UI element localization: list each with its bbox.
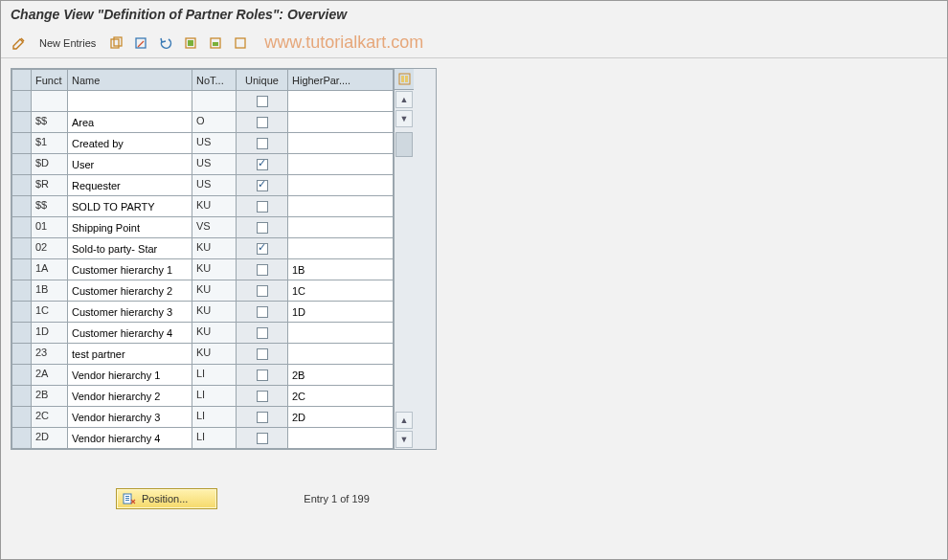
cell-higher[interactable] (288, 302, 393, 322)
row-selector[interactable] (12, 323, 32, 344)
scroll-thumb[interactable] (395, 132, 413, 157)
cell-funct[interactable]: $$ (32, 112, 67, 132)
cell-not[interactable] (192, 91, 236, 111)
toggle-display-change-icon[interactable] (9, 34, 30, 53)
cell-name[interactable] (68, 407, 192, 427)
cell-higher[interactable] (288, 175, 393, 195)
row-selector[interactable] (12, 386, 32, 407)
scroll-step-down-icon[interactable]: ▲ (395, 412, 413, 429)
cell-higher[interactable] (288, 407, 393, 427)
cell-higher[interactable] (288, 133, 393, 153)
cell-funct[interactable]: 2A (32, 365, 67, 385)
select-all-icon[interactable] (180, 34, 201, 53)
scroll-track[interactable] (395, 128, 413, 411)
cell-higher[interactable] (288, 386, 393, 406)
cell-funct[interactable]: 02 (32, 238, 67, 258)
cell-not[interactable]: KU (192, 302, 236, 322)
cell-funct[interactable] (32, 91, 67, 111)
cell-funct[interactable]: 1A (32, 259, 67, 280)
row-selector[interactable] (12, 428, 32, 449)
cell-higher[interactable] (288, 91, 393, 111)
cell-name[interactable] (68, 323, 192, 343)
cell-not[interactable]: KU (192, 323, 236, 343)
cell-unique-checkbox[interactable] (257, 327, 268, 339)
cell-unique-checkbox[interactable] (257, 412, 268, 423)
col-header-not[interactable]: NoT... (192, 70, 237, 91)
col-header-name[interactable]: Name (68, 70, 192, 91)
cell-not[interactable]: LI (192, 428, 236, 448)
deselect-all-icon[interactable] (230, 34, 251, 53)
cell-not[interactable]: US (192, 175, 236, 195)
row-selector[interactable] (12, 133, 32, 154)
cell-higher[interactable] (288, 112, 393, 132)
cell-funct[interactable]: 01 (32, 217, 67, 237)
cell-unique-checkbox[interactable] (257, 433, 268, 444)
cell-higher[interactable] (288, 238, 393, 258)
cell-name[interactable] (68, 154, 192, 174)
cell-name[interactable] (68, 280, 192, 301)
cell-unique-checkbox[interactable] (257, 243, 268, 255)
scroll-step-up-icon[interactable]: ▼ (395, 110, 413, 127)
cell-name[interactable] (68, 91, 192, 111)
cell-unique-checkbox[interactable] (257, 285, 268, 297)
cell-name[interactable] (68, 196, 192, 216)
row-selector[interactable] (12, 238, 32, 259)
row-selector[interactable] (12, 112, 32, 133)
cell-name[interactable] (68, 365, 192, 385)
cell-higher[interactable] (288, 217, 393, 237)
cell-unique-checkbox[interactable] (257, 370, 268, 381)
cell-funct[interactable]: 1B (32, 280, 67, 301)
cell-name[interactable] (68, 238, 192, 258)
cell-higher[interactable] (288, 323, 393, 343)
cell-not[interactable]: LI (192, 386, 236, 406)
cell-not[interactable]: KU (192, 196, 236, 216)
position-button[interactable]: Position... (116, 488, 217, 509)
cell-not[interactable]: KU (192, 280, 236, 301)
cell-name[interactable] (68, 302, 192, 322)
scroll-down-icon[interactable]: ▼ (395, 431, 413, 448)
col-header-select[interactable] (12, 70, 32, 91)
cell-funct[interactable]: $D (32, 154, 67, 174)
configure-columns-icon[interactable] (395, 69, 414, 90)
col-header-higher[interactable]: HigherPar.... (288, 70, 394, 91)
cell-higher[interactable] (288, 259, 393, 280)
cell-unique-checkbox[interactable] (257, 117, 268, 128)
cell-unique-checkbox[interactable] (257, 391, 268, 402)
col-header-unique[interactable]: Unique (237, 70, 288, 91)
cell-funct[interactable]: 1C (32, 302, 67, 322)
cell-higher[interactable] (288, 365, 393, 385)
vertical-scrollbar[interactable]: ▲ ▼ ▲ ▼ (395, 69, 414, 449)
cell-not[interactable]: KU (192, 238, 236, 258)
col-header-funct[interactable]: Funct (32, 70, 68, 91)
cell-name[interactable] (68, 344, 192, 364)
cell-not[interactable]: O (192, 112, 236, 132)
cell-unique-checkbox[interactable] (257, 201, 268, 213)
cell-not[interactable]: US (192, 154, 236, 174)
cell-funct[interactable]: 2D (32, 428, 67, 448)
cell-not[interactable]: KU (192, 259, 236, 280)
scroll-up-icon[interactable]: ▲ (395, 91, 413, 108)
row-selector[interactable] (12, 91, 32, 112)
cell-unique-checkbox[interactable] (257, 348, 268, 360)
cell-name[interactable] (68, 259, 192, 280)
cell-funct[interactable]: $$ (32, 196, 67, 216)
cell-name[interactable] (68, 386, 192, 406)
cell-funct[interactable]: 23 (32, 344, 67, 364)
copy-as-icon[interactable] (105, 34, 126, 53)
cell-unique-checkbox[interactable] (257, 159, 268, 170)
cell-funct[interactable]: $1 (32, 133, 67, 153)
cell-not[interactable]: US (192, 133, 236, 153)
row-selector[interactable] (12, 217, 32, 238)
row-selector[interactable] (12, 302, 32, 323)
cell-funct[interactable]: 2B (32, 386, 67, 406)
cell-funct[interactable]: $R (32, 175, 67, 195)
cell-unique-checkbox[interactable] (257, 222, 268, 234)
cell-higher[interactable] (288, 428, 393, 448)
cell-name[interactable] (68, 175, 192, 195)
undo-icon[interactable] (155, 34, 176, 53)
delete-icon[interactable] (130, 34, 151, 53)
cell-unique-checkbox[interactable] (257, 138, 268, 149)
cell-name[interactable] (68, 133, 192, 153)
cell-not[interactable]: LI (192, 365, 236, 385)
cell-not[interactable]: KU (192, 344, 236, 364)
